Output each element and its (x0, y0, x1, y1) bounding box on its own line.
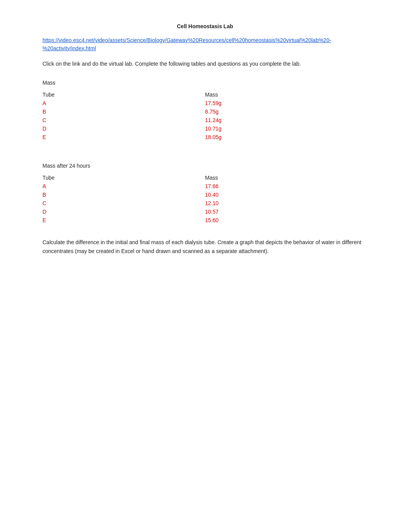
mass-table-header-tube: Tube (42, 90, 205, 99)
tube-after-b-label: B (42, 190, 205, 199)
table-row: C 12.10 (42, 199, 368, 207)
calculate-text: Calculate the difference in the initial … (42, 238, 368, 255)
tube-after-c-value: 12.10 (205, 199, 368, 207)
tube-c-value: 11.24g (205, 116, 368, 124)
lab-link[interactable]: https://video.esc4.net/video/assets/Scie… (42, 36, 368, 53)
tube-e-label: E (42, 133, 205, 141)
page-title: Cell Homeostasis Lab (42, 23, 368, 29)
tube-d-label: D (42, 124, 205, 133)
table-row: C 11.24g (42, 116, 368, 124)
tube-after-d-value: 10.57 (205, 207, 368, 216)
table-row: B 10.40 (42, 190, 368, 199)
tube-c-label: C (42, 116, 205, 124)
mass-after-table-header-tube: Tube (42, 173, 205, 182)
mass-section: Mass Tube Mass A 17.59g B 8.75g C 11.24g… (42, 80, 368, 141)
mass-after-table: Tube Mass A 17.66 B 10.40 C 12.10 D 10.5… (42, 173, 368, 224)
table-row: D 10.57 (42, 207, 368, 216)
tube-b-label: B (42, 107, 205, 116)
table-row: E 15.60 (42, 216, 368, 224)
tube-after-b-value: 10.40 (205, 190, 368, 199)
tube-after-a-value: 17.66 (205, 182, 368, 190)
mass-after-label: Mass after 24 hours (42, 163, 368, 169)
tube-after-e-label: E (42, 216, 205, 224)
table-row: B 8.75g (42, 107, 368, 116)
tube-d-value: 10.71g (205, 124, 368, 133)
tube-a-value: 17.59g (205, 99, 368, 107)
instruction-text: Click on the link and do the virtual lab… (42, 59, 368, 68)
tube-after-d-label: D (42, 207, 205, 216)
tube-e-value: 18.05g (205, 133, 368, 141)
mass-table: Tube Mass A 17.59g B 8.75g C 11.24g D 10… (42, 90, 368, 141)
mass-after-section: Mass after 24 hours Tube Mass A 17.66 B … (42, 163, 368, 224)
table-row: A 17.66 (42, 182, 368, 190)
tube-b-value: 8.75g (205, 107, 368, 116)
tube-after-a-label: A (42, 182, 205, 190)
tube-a-label: A (42, 99, 205, 107)
mass-label: Mass (42, 80, 368, 86)
table-row: A 17.59g (42, 99, 368, 107)
tube-after-c-label: C (42, 199, 205, 207)
table-row: E 18.05g (42, 133, 368, 141)
table-row: D 10.71g (42, 124, 368, 133)
tube-after-e-value: 15.60 (205, 216, 368, 224)
mass-after-table-header-mass: Mass (205, 173, 368, 182)
mass-table-header-mass: Mass (205, 90, 368, 99)
